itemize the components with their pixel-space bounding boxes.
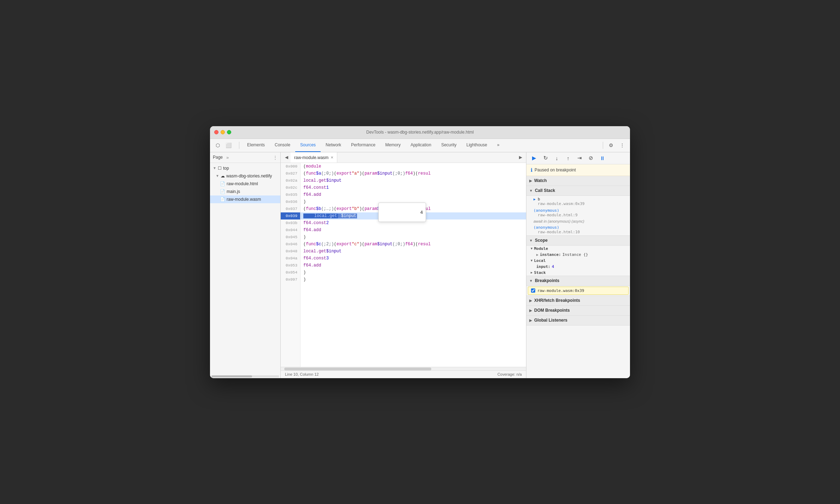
global-listeners-header[interactable]: ▶ Global Listeners [526, 316, 630, 326]
editor-tab-close[interactable]: ✕ [331, 156, 333, 159]
xhr-breakpoints-header[interactable]: ▶ XHR/fetch Breakpoints [526, 296, 630, 306]
close-button[interactable] [214, 130, 218, 134]
file-panel-more[interactable]: » [226, 155, 229, 160]
tree-label-html: raw-module.html [227, 181, 258, 186]
tab-elements[interactable]: Elements [242, 139, 270, 152]
code-line-5: f64.add [301, 191, 526, 198]
main-tab-nav: Elements Console Sources Network Perform… [242, 139, 504, 152]
scope-module-header[interactable]: ▼ Module [526, 246, 630, 252]
tab-sources[interactable]: Sources [295, 139, 321, 152]
ln-1[interactable]: 0x000 [281, 163, 300, 170]
step-out-btn[interactable]: ↑ [563, 153, 573, 163]
tab-console[interactable]: Console [270, 139, 295, 152]
pause-btn[interactable]: ⏸ [597, 153, 607, 163]
editor-tab-label: raw-module.wasm [294, 155, 328, 160]
editor-scrollbar-h[interactable] [281, 367, 526, 370]
call-stack-item-anon1[interactable]: (anonymous) raw-module.html:9 [526, 207, 630, 218]
ln-14[interactable]: 0x04a [281, 255, 300, 262]
tree-label-wasm: raw-module.wasm [227, 197, 261, 202]
file-panel-scrollbar-thumb [211, 375, 252, 377]
ln-11[interactable]: 0x045 [281, 234, 300, 241]
ln-17[interactable]: 0x097 [281, 276, 300, 283]
dom-arrow: ▶ [529, 309, 532, 312]
ln-4[interactable]: 0x02c [281, 184, 300, 191]
editor-play-btn[interactable]: ▶ [516, 153, 525, 162]
tree-item-html[interactable]: 📄 raw-module.html [210, 180, 280, 188]
step-into-btn[interactable]: ↓ [552, 153, 562, 163]
tree-label-domain: wasm-dbg-stories.netlify [226, 174, 272, 178]
tree-item-top[interactable]: ▼ ☐ top [210, 164, 280, 172]
scope-stack-arrow: ▶ [531, 271, 532, 274]
breakpoint-item-1[interactable]: raw-module.wasm:0x39 [528, 287, 629, 295]
scope-instance-key: instance: [540, 252, 561, 257]
ln-16[interactable]: 0x054 [281, 269, 300, 276]
step-over-btn[interactable]: ↻ [541, 153, 550, 163]
tab-network[interactable]: Network [321, 139, 346, 152]
scope-stack-header[interactable]: ▶ Stack [526, 270, 630, 276]
cursor-icon[interactable]: ⬡ [213, 140, 223, 150]
more-icon[interactable]: ⋮ [617, 140, 627, 150]
tab-performance[interactable]: Performance [346, 139, 380, 152]
tree-item-domain[interactable]: ▼ ☁ wasm-dbg-stories.netlify [210, 172, 280, 180]
editor-tab-nav-left[interactable]: ◀ [282, 153, 291, 162]
tab-application[interactable]: Application [406, 139, 436, 152]
ln-15[interactable]: 0x053 [281, 262, 300, 269]
tree-item-wasm[interactable]: 📄 raw-module.wasm [210, 195, 280, 203]
tooltip-value: 4 [420, 210, 423, 215]
scope-header[interactable]: ▼ Scope [526, 236, 630, 246]
call-stack-item-anon2[interactable]: (anonymous) raw-module.html:10 [526, 224, 630, 235]
breakpoint-checkbox-1[interactable] [531, 288, 535, 293]
tree-label-top: top [223, 166, 229, 171]
file-panel-menu[interactable]: ⋮ [273, 155, 278, 160]
breakpoint-label-1: raw-module.wasm:0x39 [537, 288, 584, 293]
tab-memory[interactable]: Memory [380, 139, 406, 152]
ln-5[interactable]: 0x035 [281, 191, 300, 198]
tree-label-js: main.js [227, 189, 240, 194]
call-stack-header[interactable]: ▼ Call Stack [526, 186, 630, 196]
call-stack-item-b[interactable]: b raw-module.wasm:0x39 [526, 196, 630, 207]
tree-item-js[interactable]: 📄 main.js [210, 188, 280, 195]
global-arrow: ▶ [529, 318, 532, 322]
ln-2[interactable]: 0x027 [281, 170, 300, 177]
editor-tabs: ◀ raw-module.wasm ✕ ▶ [281, 152, 526, 163]
editor-tab-wasm[interactable]: raw-module.wasm ✕ [291, 152, 337, 163]
code-area[interactable]: (module (func $a (;0;) (export "a") (par… [301, 163, 526, 367]
ln-3[interactable]: 0x02a [281, 177, 300, 184]
code-line-17: ) [301, 276, 526, 283]
minimize-button[interactable] [221, 130, 225, 134]
device-icon[interactable]: ⬜ [223, 140, 233, 150]
tooltip-popup: 4 [378, 203, 426, 222]
ln-6[interactable]: 0x036 [281, 198, 300, 205]
ln-13[interactable]: 0x048 [281, 248, 300, 255]
scope-label: Scope [535, 238, 548, 243]
scope-local-header[interactable]: ▼ Local [526, 258, 630, 264]
tab-lighthouse[interactable]: Lighthouse [461, 139, 492, 152]
window-title: DevTools - wasm-dbg-stories.netlify.app/… [366, 130, 474, 135]
watch-arrow: ▶ [529, 179, 532, 183]
tab-security[interactable]: Security [436, 139, 461, 152]
call-stack-fn-b: b [533, 197, 626, 201]
ln-8[interactable]: 0x039 [281, 212, 300, 219]
deactivate-btn[interactable]: ⊘ [586, 153, 596, 163]
call-stack-loc-anon1: raw-module.html:9 [533, 213, 626, 217]
scope-local-label: Local [534, 258, 546, 263]
ln-9[interactable]: 0x03b [281, 219, 300, 227]
maximize-button[interactable] [227, 130, 231, 134]
resume-btn[interactable]: ▶ [529, 153, 539, 163]
code-line-8: local.get $input 4 [301, 212, 526, 219]
dom-breakpoints-header[interactable]: ▶ DOM Breakpoints [526, 306, 630, 316]
settings-icon[interactable]: ⚙ [606, 140, 616, 150]
scope-instance-arrow[interactable]: ▶ [536, 253, 538, 257]
step-btn[interactable]: ⇥ [574, 153, 584, 163]
file-panel-scrollbar[interactable] [211, 375, 279, 377]
watch-header[interactable]: ▶ Watch [526, 176, 630, 186]
ln-7[interactable]: 0x037 [281, 205, 300, 212]
call-stack-fn-anon1: (anonymous) [533, 208, 626, 213]
ln-10[interactable]: 0x044 [281, 227, 300, 234]
xhr-label: XHR/fetch Breakpoints [534, 298, 580, 303]
breakpoints-header[interactable]: ▼ Breakpoints [526, 276, 630, 286]
line-numbers: 0x000 0x027 0x02a 0x02c 0x035 0x036 0x03… [281, 163, 301, 367]
scope-module-instance[interactable]: ▶ instance: Instance {} [526, 252, 630, 258]
ln-12[interactable]: 0x046 [281, 241, 300, 248]
tab-more[interactable]: » [492, 139, 504, 152]
